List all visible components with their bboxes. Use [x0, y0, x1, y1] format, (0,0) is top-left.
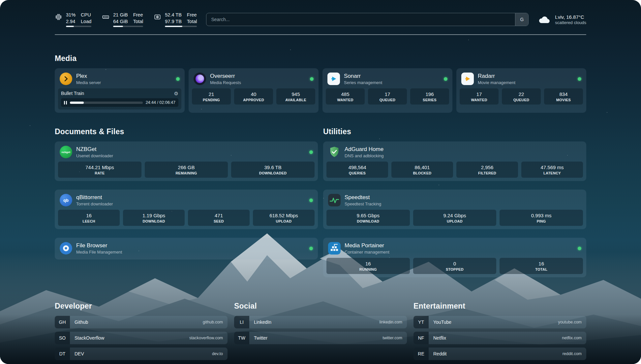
sonarr-icon	[327, 73, 340, 85]
bookmark-youtube[interactable]: YT YouTube youtube.com	[413, 316, 586, 328]
cpu-usage-value: 31%	[66, 12, 76, 18]
bookmark-url: stackoverflow.com	[189, 336, 223, 340]
bookmark-netflix[interactable]: NF Netflix netflix.com	[413, 332, 586, 344]
filebrowser-icon	[60, 242, 72, 255]
service-description: DNS and adblocking	[345, 153, 384, 158]
service-name: qBittorrent	[76, 194, 113, 201]
stat-wanted: 485 WANTED	[326, 88, 365, 105]
search-provider-button[interactable]: G	[515, 13, 528, 26]
service-card-adguard[interactable]: AdGuard Home DNS and adblocking 498,564 …	[323, 141, 586, 181]
stat-queued: 22 QUEUED	[502, 88, 541, 105]
service-card-sonarr[interactable]: Sonarr Series management 485 WANTED 17 Q…	[322, 68, 452, 113]
disk-total-label: Total	[187, 18, 197, 25]
service-description: Speedtest Tracking	[345, 201, 381, 206]
service-description: Series management	[344, 80, 382, 85]
disk-widget: 52.4 TB Free 97.9 TB Total	[154, 12, 197, 27]
disk-free-value: 52.4 TB	[165, 12, 182, 18]
portainer-icon	[328, 242, 341, 255]
section-media: Media Plex Media server	[55, 54, 586, 113]
status-dot	[309, 247, 313, 250]
bookmark-abbr: GH	[55, 316, 70, 328]
bookmark-url: dev.to	[212, 351, 223, 356]
snow-speckles	[0, 0, 1, 1]
stat-ping: 0.993 ms PING	[500, 210, 583, 226]
header-divider	[55, 34, 586, 35]
section-title-entertainment: Entertainment	[413, 302, 586, 311]
bookmark-linkedin[interactable]: LI LinkedIn linkedin.com	[234, 316, 407, 328]
bookmark-name: StackOverflow	[75, 335, 104, 341]
bookmark-name: Twitter	[254, 335, 267, 341]
section-title-developer: Developer	[55, 302, 228, 311]
stat-rate: 744.21 Mbps RATE	[58, 162, 141, 178]
gear-icon[interactable]: ⚙	[174, 91, 178, 96]
stat-remaining: 266 GB REMAINING	[145, 162, 228, 178]
service-description: Media File Management	[76, 250, 122, 255]
plex-icon	[60, 73, 72, 85]
cloud-icon	[538, 15, 551, 24]
service-card-speedtest[interactable]: Speedtest Speedtest Tracking 9.65 Gbps D…	[323, 190, 586, 229]
stat-download: 9.65 Gbps DOWNLOAD	[326, 210, 410, 226]
service-name: Media Portainer	[345, 242, 389, 249]
top-bar: 31% CPU 2.94 Load	[55, 0, 586, 27]
service-card-plex[interactable]: Plex Media server Bullet Train ⚙	[55, 68, 185, 113]
bookmark-reddit[interactable]: RE Reddit reddit.com	[413, 348, 586, 360]
section-title-media: Media	[55, 54, 586, 63]
stat-series: 196 SERIES	[410, 88, 449, 105]
bookmark-abbr: DT	[55, 348, 70, 360]
memory-free-label: Free	[133, 12, 143, 18]
memory-free-value: 21 GiB	[113, 12, 128, 18]
hard-drive-icon	[154, 13, 161, 21]
bookmark-stackoverflow[interactable]: SO StackOverflow stackoverflow.com	[55, 332, 228, 344]
bookmark-name: YouTube	[433, 319, 451, 325]
bookmark-dev[interactable]: DT DEV dev.to	[55, 348, 228, 360]
service-description: Usenet downloader	[76, 153, 113, 158]
stat-queued: 17 QUEUED	[368, 88, 407, 105]
cpu-chip-icon	[55, 13, 62, 21]
dashboard-window: 31% CPU 2.94 Load	[0, 0, 641, 364]
service-card-qbittorrent[interactable]: qb qBittorrent Torrent downloader 16	[55, 190, 318, 229]
status-dot	[578, 247, 581, 250]
bookmark-github[interactable]: GH Github github.com	[55, 316, 228, 328]
cpu-load-label: Load	[81, 18, 91, 25]
service-card-portainer[interactable]: Media Portainer Container management 16 …	[323, 238, 586, 277]
bookmark-name: LinkedIn	[254, 319, 271, 325]
section-title-utilities: Utilities	[323, 127, 586, 136]
stat-blocked: 86,401 BLOCKED	[391, 162, 453, 178]
stat-leech: 16 LEECH	[58, 210, 120, 226]
bookmark-twitter[interactable]: TW Twitter twitter.com	[234, 332, 407, 344]
service-description: Container management	[345, 250, 389, 255]
resource-widgets: 31% CPU 2.94 Load	[55, 12, 197, 27]
service-card-radarr[interactable]: Radarr Movie management 17 WANTED 22 QUE…	[456, 68, 586, 113]
stat-running: 16 RUNNING	[326, 258, 410, 274]
service-card-nzbget[interactable]: nzbget NZBGet Usenet downloader 744.21 M…	[55, 141, 318, 181]
section-documents: Documents & Files nzbget NZBGet Usenet d…	[55, 127, 318, 259]
bookmark-abbr: RE	[413, 348, 429, 360]
service-description: Torrent downloader	[76, 201, 113, 206]
stat-approved: 40 APPROVED	[234, 88, 273, 105]
memory-total-label: Total	[133, 18, 143, 25]
playback-progress-bar[interactable]	[70, 102, 143, 104]
now-playing-title: Bullet Train	[61, 91, 84, 96]
bookmark-url: twitter.com	[382, 336, 402, 340]
bookmark-url: github.com	[203, 320, 223, 324]
stat-latency: 47.569 ms LATENCY	[521, 162, 583, 178]
stat-downloaded: 39.6 TB DOWNLOADED	[231, 162, 315, 178]
service-description: Media Requests	[210, 80, 241, 85]
service-card-overseerr[interactable]: Overseerr Media Requests 21 PENDING 40 A…	[189, 68, 319, 113]
stat-pending: 21 PENDING	[192, 88, 231, 105]
memory-progress-bar	[113, 26, 143, 27]
playback-time: 24:44 / 02:06:47	[146, 100, 175, 105]
stat-total: 16 TOTAL	[500, 258, 583, 274]
search-input[interactable]	[206, 13, 529, 26]
radarr-icon	[461, 73, 474, 85]
status-dot	[176, 77, 180, 81]
stat-filtered: 2,956 FILTERED	[456, 162, 518, 178]
cpu-load-value: 2.94	[66, 18, 76, 25]
qbittorrent-icon: qb	[60, 194, 72, 206]
stat-upload: 9.24 Gbps UPLOAD	[413, 210, 497, 226]
pause-button[interactable]	[64, 101, 67, 105]
service-card-filebrowser[interactable]: File Browser Media File Management	[55, 238, 318, 259]
bookmark-group-social: Social LI LinkedIn linkedin.com TW Twitt…	[234, 302, 407, 360]
stat-download: 1.19 Gbps DOWNLOAD	[123, 210, 185, 226]
bookmark-group-developer: Developer GH Github github.com SO StackO…	[55, 302, 228, 360]
